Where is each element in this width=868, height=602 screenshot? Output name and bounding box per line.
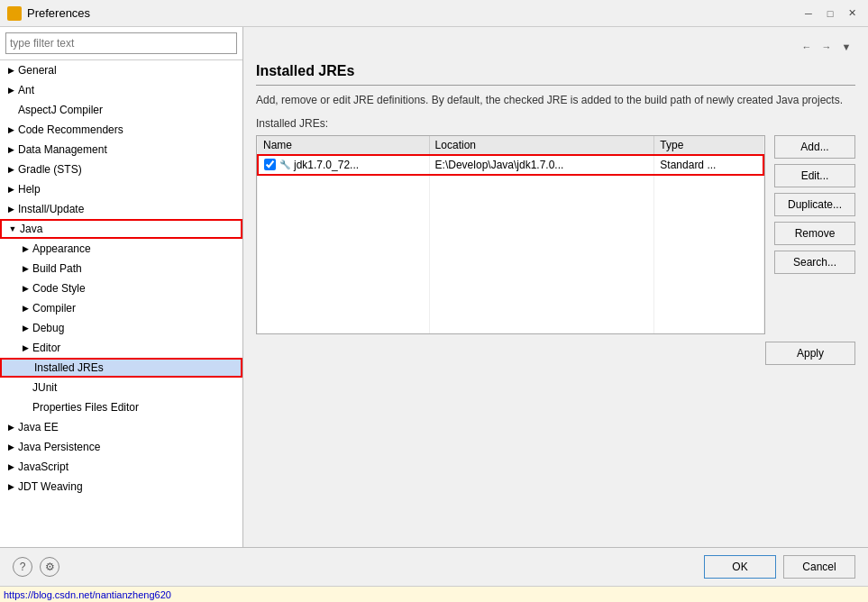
- status-url: https://blog.csdn.net/nantianzheng620: [4, 589, 171, 600]
- arrow-jdt-weaving: [4, 479, 18, 494]
- search-box: [0, 27, 242, 60]
- bottom-bar: ? ⚙ OK Cancel: [0, 547, 868, 586]
- col-header-type[interactable]: Type: [654, 136, 763, 155]
- tree-item-jdt-weaving[interactable]: JDT Weaving: [0, 477, 242, 497]
- tree-item-aspectj[interactable]: AspectJ Compiler: [0, 100, 242, 120]
- left-panel: General Ant AspectJ Compiler Code Recomm…: [0, 27, 243, 547]
- tree-label-javascript: JavaScript: [18, 461, 69, 473]
- right-buttons: Add... Edit... Duplicate... Remove Searc…: [765, 135, 855, 274]
- arrow-java-ee: [4, 420, 18, 434]
- tree-label-editor: Editor: [32, 342, 60, 354]
- tree-label-aspectj: AspectJ Compiler: [18, 104, 103, 116]
- tree-label-build-path: Build Path: [32, 262, 82, 275]
- table-row-empty-2: [258, 195, 763, 214]
- cell-name: 🔧 jdk1.7.0_72...: [258, 155, 429, 175]
- add-button[interactable]: Add...: [774, 135, 855, 159]
- tree-item-java-persistence[interactable]: Java Persistence: [0, 437, 242, 457]
- col-header-location[interactable]: Location: [429, 136, 654, 155]
- tree-item-javascript[interactable]: JavaScript: [0, 457, 242, 477]
- nav-dropdown-button[interactable]: ▼: [837, 38, 855, 56]
- nav-back-button[interactable]: ←: [798, 38, 816, 56]
- table-row-empty-1: [258, 175, 763, 195]
- panel-title: Installed JREs: [256, 63, 855, 86]
- jre-table: Name Location Type: [257, 136, 764, 333]
- checkbox-cell: 🔧 jdk1.7.0_72...: [264, 159, 424, 171]
- tree-item-properties-files-editor[interactable]: Properties Files Editor: [0, 397, 242, 417]
- table-row-empty-7: [258, 294, 763, 314]
- apply-button[interactable]: Apply: [765, 342, 855, 365]
- tree-label-compiler: Compiler: [32, 302, 76, 315]
- tree-item-compiler[interactable]: Compiler: [0, 298, 242, 318]
- arrow-compiler: [18, 301, 32, 315]
- table-header-row: Name Location Type: [258, 136, 763, 155]
- arrow-appearance: [18, 242, 32, 256]
- minimize-button[interactable]: ─: [799, 5, 818, 23]
- dialog: General Ant AspectJ Compiler Code Recomm…: [0, 27, 868, 602]
- arrow-java-persistence: [4, 440, 18, 454]
- tree-item-gradle[interactable]: Gradle (STS): [0, 160, 242, 179]
- arrow-junit: [18, 380, 32, 395]
- tree-item-ant[interactable]: Ant: [0, 80, 242, 100]
- ok-button[interactable]: OK: [704, 555, 776, 579]
- jre-checkbox[interactable]: [264, 159, 276, 170]
- status-bar: https://blog.csdn.net/nantianzheng620: [0, 586, 868, 602]
- tree-label-jdt-weaving: JDT Weaving: [18, 480, 83, 493]
- tree-label-debug: Debug: [32, 322, 64, 334]
- remove-button[interactable]: Remove: [774, 222, 855, 245]
- tree-item-appearance[interactable]: Appearance: [0, 239, 242, 259]
- tree-item-general[interactable]: General: [0, 60, 242, 80]
- tree-label-java-persistence: Java Persistence: [18, 441, 100, 453]
- tree-item-help[interactable]: Help: [0, 179, 242, 199]
- arrow-dm: [4, 142, 18, 157]
- search-button[interactable]: Search...: [774, 251, 855, 274]
- help-icon-button[interactable]: ?: [13, 557, 32, 577]
- arrow-build-path: [18, 261, 32, 276]
- cell-type: Standard ...: [654, 155, 763, 175]
- table-row-empty-6: [258, 274, 763, 294]
- tree-item-data-management[interactable]: Data Management: [0, 140, 242, 160]
- cancel-button[interactable]: Cancel: [783, 555, 855, 579]
- cell-location: E:\Develop\Java\jdk1.7.0...: [429, 155, 654, 175]
- tree-label-ant: Ant: [18, 84, 34, 96]
- tree-item-install-update[interactable]: Install/Update: [0, 199, 242, 219]
- table-row[interactable]: 🔧 jdk1.7.0_72... E:\Develop\Java\jdk1.7.…: [258, 155, 763, 175]
- tree-item-java[interactable]: Java: [0, 219, 242, 239]
- arrow-iu: [4, 202, 18, 216]
- apply-area: Apply: [256, 334, 855, 369]
- tree-item-java-ee[interactable]: Java EE: [0, 417, 242, 437]
- tree-item-junit[interactable]: JUnit: [0, 378, 242, 397]
- arrow-java: [5, 222, 20, 236]
- tree-label-gradle: Gradle (STS): [18, 163, 82, 176]
- filter-input[interactable]: [5, 32, 237, 54]
- tree-item-installed-jres[interactable]: Installed JREs: [0, 358, 242, 378]
- duplicate-button[interactable]: Duplicate...: [774, 193, 855, 216]
- bottom-icons: ? ⚙: [13, 557, 697, 577]
- nav-arrows: ← → ▼: [256, 38, 855, 56]
- maximize-button[interactable]: □: [821, 5, 839, 23]
- tree-item-code-style[interactable]: Code Style: [0, 278, 242, 298]
- close-button[interactable]: ✕: [843, 5, 861, 23]
- edit-button[interactable]: Edit...: [774, 164, 855, 187]
- jre-table-container: Name Location Type: [256, 135, 765, 334]
- tree-item-build-path[interactable]: Build Path: [0, 259, 242, 278]
- col-header-name[interactable]: Name: [258, 136, 429, 155]
- tree-label-java: Java: [20, 223, 42, 235]
- arrow-code-style: [18, 281, 32, 296]
- tree-item-editor[interactable]: Editor: [0, 338, 242, 358]
- nav-forward-button[interactable]: →: [818, 38, 836, 56]
- window-title: Preferences: [27, 6, 799, 20]
- tree-label-junit: JUnit: [32, 381, 57, 394]
- panel-subtitle: Installed JREs:: [256, 117, 855, 130]
- dialog-content: General Ant AspectJ Compiler Code Recomm…: [0, 27, 868, 547]
- settings-icon-button[interactable]: ⚙: [40, 557, 59, 577]
- titlebar: Preferences ─ □ ✕: [0, 0, 868, 27]
- tree-label-help: Help: [18, 183, 41, 196]
- tree-label-appearance: Appearance: [32, 242, 91, 255]
- jre-icon: 🔧: [279, 160, 290, 169]
- right-panel-inner: Installed JREs Add, remove or edit JRE d…: [256, 63, 855, 540]
- tree-item-code-recommenders[interactable]: Code Recommenders: [0, 120, 242, 140]
- table-row-empty-5: [258, 254, 763, 274]
- tree-item-debug[interactable]: Debug: [0, 318, 242, 338]
- arrow-cr: [4, 123, 18, 137]
- arrow-editor: [18, 341, 32, 355]
